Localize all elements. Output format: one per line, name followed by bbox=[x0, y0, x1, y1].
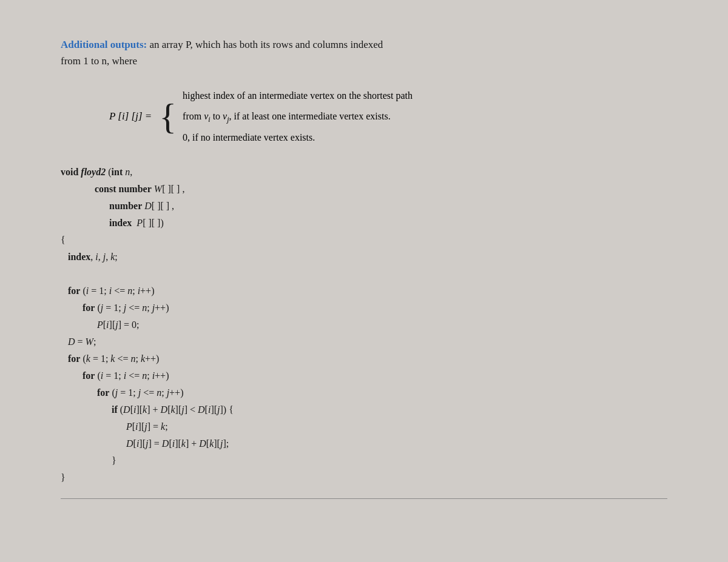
code-line-14: if (D[i][k] + D[k][j] < D[i][j]) { bbox=[61, 401, 667, 418]
code-line-blank-1 bbox=[61, 266, 667, 283]
code-line-13: for (j = 1; j <= n; j++) bbox=[61, 384, 667, 401]
piecewise-case-1: highest index of an intermediate vertex … bbox=[183, 87, 413, 104]
page-content: Additional outputs: an array P, which ha… bbox=[61, 24, 667, 511]
code-line-3: number D[ ][ ] , bbox=[61, 198, 667, 215]
code-line-12: for (i = 1; i <= n; i++) bbox=[61, 367, 667, 384]
code-line-1: void floyd2 (int n, bbox=[61, 164, 667, 181]
piecewise-case-3: 0, if no intermediate vertex exists. bbox=[183, 129, 413, 146]
code-line-7: for (i = 1; i <= n; i++) bbox=[61, 283, 667, 299]
code-line-5: { bbox=[61, 232, 667, 249]
additional-outputs-text: an array P, which has both its rows and … bbox=[147, 39, 383, 50]
additional-outputs-section: Additional outputs: an array P, which ha… bbox=[61, 36, 667, 69]
code-line-4: index P[ ][ ]) bbox=[61, 215, 667, 232]
additional-outputs-line1: Additional outputs: an array P, which ha… bbox=[61, 36, 667, 53]
piecewise-case-2: from vi to vj, if at least one intermedi… bbox=[183, 108, 413, 126]
bottom-divider bbox=[61, 498, 667, 499]
code-line-10: D = W; bbox=[61, 333, 667, 350]
code-block: void floyd2 (int n, const number W[ ][ ]… bbox=[61, 164, 667, 486]
code-line-9: P[i][j] = 0; bbox=[61, 316, 667, 333]
code-line-8: for (j = 1; j <= n; j++) bbox=[61, 299, 667, 316]
code-line-11: for (k = 1; k <= n; k++) bbox=[61, 350, 667, 367]
code-line-15: P[i][j] = k; bbox=[61, 418, 667, 435]
code-line-2: const number W[ ][ ] , bbox=[61, 181, 667, 198]
code-line-16: D[i][j] = D[i][k] + D[k][j]; bbox=[61, 435, 667, 452]
additional-outputs-label: Additional outputs: bbox=[61, 39, 147, 50]
code-line-17: } bbox=[61, 452, 667, 469]
piecewise-cases: highest index of an intermediate vertex … bbox=[183, 87, 413, 146]
piecewise-lhs: P [i] [j] = bbox=[109, 110, 152, 122]
additional-outputs-line2: from 1 to n, where bbox=[61, 53, 667, 69]
code-line-18: } bbox=[61, 469, 667, 486]
brace-symbol: { bbox=[159, 98, 177, 135]
piecewise-definition: P [i] [j] = { highest index of an interm… bbox=[109, 87, 667, 146]
code-line-6: index, i, j, k; bbox=[61, 249, 667, 266]
